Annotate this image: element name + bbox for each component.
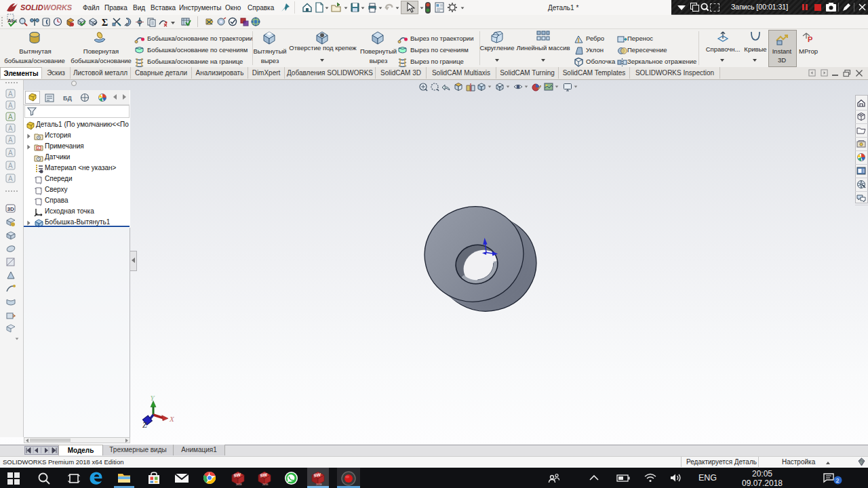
svg-text:Σ: Σ xyxy=(102,18,108,27)
svg-text:A: A xyxy=(8,162,13,169)
svg-text:3D: 3D xyxy=(7,206,14,212)
svg-text:A: A xyxy=(8,136,13,144)
svg-text:БД: БД xyxy=(63,95,72,102)
svg-text:2018: 2018 xyxy=(316,483,321,485)
svg-text:P: P xyxy=(808,35,812,43)
svg-text:2018: 2018 xyxy=(236,483,241,485)
svg-text:A: A xyxy=(8,90,13,98)
svg-text:Z: Z xyxy=(142,420,147,429)
svg-text:X: X xyxy=(169,415,175,423)
svg-text:A: A xyxy=(8,125,13,132)
svg-text:A: A xyxy=(8,113,13,121)
svg-text:A: A xyxy=(8,149,13,157)
svg-text:A: A xyxy=(8,102,13,109)
svg-text:2: 2 xyxy=(836,477,840,484)
svg-text:WORKS: WORKS xyxy=(43,3,73,12)
svg-text:A: A xyxy=(8,175,13,182)
svg-text:SOLID: SOLID xyxy=(20,3,43,12)
svg-text:Y: Y xyxy=(151,394,156,402)
svg-text:2016: 2016 xyxy=(262,483,268,485)
